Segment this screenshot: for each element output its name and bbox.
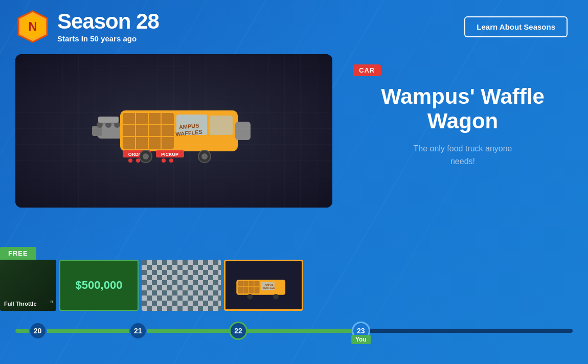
header-left: N Season 28 Starts In 50 years ago bbox=[15, 9, 159, 44]
svg-point-7 bbox=[114, 122, 120, 128]
svg-point-26 bbox=[162, 158, 166, 163]
money-reward-item: $500,000 bbox=[59, 260, 139, 311]
svg-point-24 bbox=[128, 158, 132, 163]
season-title-group: Season 28 Starts In 50 years ago bbox=[57, 11, 159, 43]
season-title: Season 28 bbox=[57, 11, 159, 32]
milestone-20: 20 bbox=[29, 322, 47, 340]
throttle-label: Full Throttle bbox=[4, 301, 37, 307]
milestone-21: 21 bbox=[129, 322, 147, 340]
svg-text:ORDER: ORDER bbox=[128, 152, 145, 157]
svg-point-30 bbox=[198, 150, 211, 163]
svg-point-5 bbox=[97, 122, 103, 128]
header: N Season 28 Starts In 50 years ago Learn… bbox=[0, 0, 588, 49]
free-label: FREE bbox=[0, 247, 36, 260]
svg-point-25 bbox=[136, 158, 140, 163]
progress-track bbox=[15, 329, 573, 333]
waffle-wagon-reward-item: AMPUS WAFFLES bbox=[224, 260, 303, 311]
car-description: The only food truck anyone needs! bbox=[353, 142, 573, 168]
svg-point-31 bbox=[201, 153, 208, 160]
svg-rect-16 bbox=[176, 115, 207, 135]
svg-point-29 bbox=[143, 153, 149, 160]
flag-reward-item bbox=[142, 260, 221, 311]
main-content: AMPUS WAFFLES ORDER PICKUP bbox=[0, 49, 588, 208]
svg-point-6 bbox=[105, 122, 111, 128]
waffle-wagon-image: AMPUS WAFFLES ORDER PICKUP bbox=[87, 80, 261, 182]
svg-text:WAFFLES: WAFFLES bbox=[263, 287, 275, 289]
progress-section: 20 21 22 23 You bbox=[0, 318, 588, 344]
svg-text:AMPUS: AMPUS bbox=[265, 284, 274, 286]
svg-text:AMPUS: AMPUS bbox=[178, 122, 199, 130]
car-display: AMPUS WAFFLES ORDER PICKUP bbox=[15, 54, 332, 208]
svg-rect-4 bbox=[92, 126, 102, 136]
milestone-23: 23 You bbox=[352, 322, 370, 340]
waffle-wagon-thumbnail: AMPUS WAFFLES bbox=[225, 261, 302, 309]
svg-rect-22 bbox=[156, 150, 184, 157]
throttle-quote: ” bbox=[50, 299, 53, 310]
svg-rect-32 bbox=[235, 122, 251, 140]
checkered-flag-image bbox=[142, 260, 221, 311]
svg-rect-9 bbox=[120, 110, 238, 151]
season-badge: N bbox=[15, 9, 50, 44]
progress-bar-wrapper: 20 21 22 23 You bbox=[15, 318, 573, 344]
money-reward-text: $500,000 bbox=[76, 279, 123, 292]
you-label: You bbox=[351, 335, 371, 344]
svg-point-49 bbox=[247, 294, 253, 300]
svg-text:N: N bbox=[28, 19, 37, 33]
svg-rect-10 bbox=[123, 113, 174, 149]
svg-rect-17 bbox=[210, 116, 233, 135]
svg-point-28 bbox=[140, 150, 152, 163]
svg-rect-38 bbox=[142, 260, 221, 311]
svg-point-50 bbox=[273, 294, 279, 300]
svg-text:PICKUP: PICKUP bbox=[161, 152, 178, 157]
svg-rect-3 bbox=[97, 123, 125, 139]
season-subtitle: Starts In 50 years ago bbox=[57, 34, 159, 43]
car-name: Wampus' Waffle Wagon bbox=[353, 84, 573, 134]
svg-rect-8 bbox=[98, 117, 119, 123]
bottom-section: FREE Full Throttle ” $500,000 bbox=[0, 247, 588, 364]
svg-rect-20 bbox=[123, 150, 151, 157]
progress-fill bbox=[15, 329, 361, 333]
svg-point-27 bbox=[169, 158, 173, 163]
learn-about-seasons-button[interactable]: Learn About Seasons bbox=[464, 16, 568, 37]
car-display-inner: AMPUS WAFFLES ORDER PICKUP bbox=[15, 54, 332, 208]
svg-text:WAFFLES: WAFFLES bbox=[175, 129, 202, 138]
car-info-panel: CAR Wampus' Waffle Wagon The only food t… bbox=[353, 54, 573, 168]
throttle-reward-item: Full Throttle ” bbox=[0, 260, 56, 311]
milestone-22: 22 bbox=[229, 322, 247, 340]
car-category-badge: CAR bbox=[353, 64, 573, 84]
